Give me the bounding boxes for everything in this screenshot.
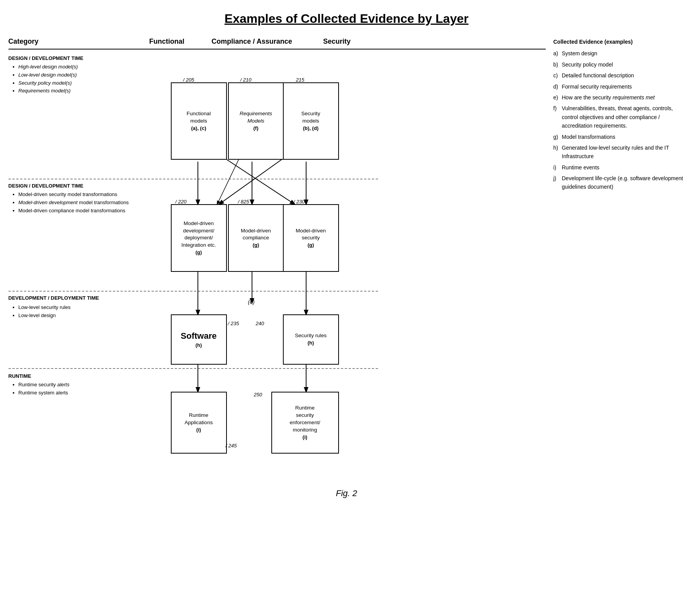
box-security-rules: Security rules (h) [283, 314, 339, 365]
box-software-text: Software [181, 330, 217, 342]
box-sr-l1: Security rules [295, 332, 327, 340]
box-software-ref: (h) [196, 342, 202, 349]
header-security: Security [295, 38, 380, 46]
ev-text-g: Model transformations [562, 133, 616, 141]
num-230: / 230 [294, 199, 305, 205]
box-mdc-l1: Model-driven [241, 227, 271, 235]
num-235: / 235 [228, 321, 239, 326]
box-ra-ref: (i) [196, 427, 201, 433]
box-requirements-models: Requirements Models (f) [228, 82, 284, 160]
section2-bullets: Model-driven security model transformati… [12, 191, 129, 215]
box-sec-line1: Security [301, 110, 320, 118]
ev-text-h: Generated low-level security rules and t… [562, 143, 685, 161]
section1-bullets: High-level design model(s) Low-level des… [12, 63, 78, 95]
box-mdc-l2: compliance [243, 234, 269, 242]
box-rse-l4: monitoring [293, 427, 317, 434]
box-ra-l2: Applications [185, 419, 213, 427]
ev-letter-c: c) [553, 71, 560, 80]
ev-letter-f: f) [553, 104, 560, 130]
box-mdd-l2: development/ [183, 227, 214, 235]
section4-label: RUNTIME [9, 373, 31, 379]
ev-text-c: Detailed functional description [562, 71, 634, 80]
num-210: / 210 [240, 77, 252, 83]
bullet-4-2: Runtime system alerts [19, 389, 70, 397]
bullet-2-2: Model-driven development model transform… [19, 199, 129, 207]
box-security-models: Security models (b), (d) [283, 82, 339, 160]
num-245: / 245 [226, 443, 237, 449]
box-mdc-ref: (g) [253, 242, 259, 249]
box-req-ref: (f) [254, 125, 259, 132]
diagram-area: DESIGN / DEVELOPMENT TIME High-level des… [9, 51, 380, 477]
section4-bullets: Runtime security alerts Runtime system a… [12, 381, 70, 397]
box-mds-l1: Model-driven [296, 227, 326, 235]
evidence-item-a: a) System design [553, 49, 685, 58]
box-sec-ref: (b), (d) [303, 125, 318, 132]
right-section: Collected Evidence (examples) a) System … [546, 38, 685, 477]
box-mdd-l1: Model-driven [184, 220, 214, 227]
box-mdd-l3: deployment/ [184, 234, 213, 242]
bullet-1-4: Requirements model(s) [19, 87, 78, 95]
evidence-item-b: b) Security policy model [553, 60, 685, 69]
num-215: 215 [296, 77, 305, 83]
box-mds-ref: (g) [308, 242, 314, 249]
box-rse-ref: (i) [303, 434, 307, 441]
num-225: / 825 [238, 199, 249, 205]
ev-letter-i: i) [553, 163, 560, 172]
bullet-2-1: Model-driven security model transformati… [19, 191, 129, 199]
section3-bullets: Low-level security rules Low-level desig… [12, 304, 71, 320]
box-functional-models-line2: models [190, 118, 207, 125]
box-software: Software (h) [171, 314, 227, 365]
box-sec-line2: models [302, 118, 319, 125]
evidence-item-g: g) Model transformations [553, 133, 685, 141]
box-functional-models-line1: Functional [187, 110, 211, 118]
box-rse-l1: Runtime [295, 404, 315, 412]
bullet-1-2: Low-level design model(s) [19, 71, 78, 79]
num-220: / 220 [175, 199, 187, 205]
box-mds-l2: security [302, 234, 320, 242]
bullet-1-1: High-level design model(s) [19, 63, 78, 71]
box-req-line2: Models [247, 118, 264, 125]
box-model-driven-dev: Model-driven development/ deployment/ In… [171, 204, 227, 272]
box-functional-models-ref: (a), (c) [191, 125, 206, 132]
label-e: (e) [248, 299, 255, 305]
ev-letter-j: j) [553, 174, 560, 191]
ev-text-j: Development life-cycle (e.g. software de… [562, 174, 685, 191]
box-rse-l2: security [296, 412, 314, 419]
header-row: Category Functional Compliance / Assuran… [9, 38, 546, 49]
box-model-driven-security: Model-driven security (g) [283, 204, 339, 272]
ev-text-f: Vulnerabilities, threats, threat agents,… [562, 104, 685, 130]
ev-letter-a: a) [553, 49, 560, 58]
bullet-1-3: Security policy model(s) [19, 79, 78, 87]
ev-text-i: Runtime events [562, 163, 599, 172]
box-runtime-security: Runtime security enforcement/ monitoring… [271, 392, 339, 454]
left-section: Category Functional Compliance / Assuran… [9, 38, 546, 477]
bullet-4-1: Runtime security alerts [19, 381, 70, 389]
ev-letter-e: e) [553, 93, 560, 102]
header-functional: Functional [124, 38, 209, 46]
diagram-container: Category Functional Compliance / Assuran… [9, 38, 685, 477]
svg-line-8 [217, 156, 240, 204]
box-req-line1: Requirements [240, 110, 272, 118]
box-runtime-apps: Runtime Applications (i) [171, 392, 227, 454]
evidence-item-i: i) Runtime events [553, 163, 685, 172]
num-205: / 205 [183, 77, 194, 83]
box-mdd-l4: Integration etc. [181, 242, 216, 249]
ev-letter-h: h) [553, 143, 560, 161]
ev-letter-g: g) [553, 133, 560, 141]
section3-label: DEVELOPMENT / DEPLOYMENT TIME [9, 295, 99, 301]
header-compliance: Compliance / Assurance [209, 38, 295, 46]
bullet-3-2: Low-level design [19, 312, 71, 320]
num-250: 250 [254, 392, 262, 398]
ev-text-b: Security policy model [562, 60, 613, 69]
header-category: Category [9, 38, 124, 46]
box-mdd-ref: (g) [196, 249, 202, 256]
bullet-2-3: Model-driven compliance model transforma… [19, 207, 129, 215]
evidence-item-j: j) Development life-cycle (e.g. software… [553, 174, 685, 191]
evidence-item-e: e) How are the security requirements met [553, 93, 685, 102]
page-title: Examples of Collected Evidence by Layer [225, 12, 468, 26]
evidence-item-h: h) Generated low-level security rules an… [553, 143, 685, 161]
evidence-item-d: d) Formal security requirements [553, 82, 685, 91]
box-functional-models: Functional models (a), (c) [171, 82, 227, 160]
section2-label: DESIGN / DEVELOPMENT TIME [9, 183, 83, 189]
section1-label: DESIGN / DEVELOPMENT TIME [9, 55, 83, 61]
